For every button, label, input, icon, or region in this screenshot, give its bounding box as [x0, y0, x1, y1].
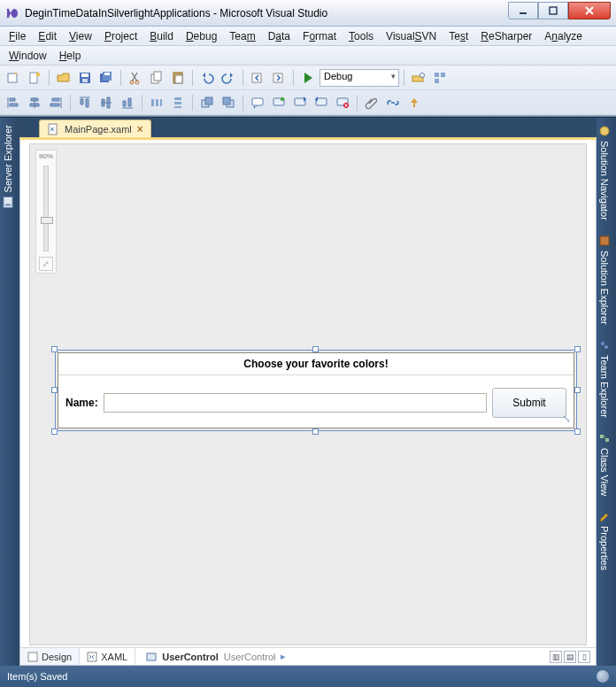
doc-tab-mainpage[interactable]: MainPage.xaml × [39, 120, 151, 137]
resize-handle[interactable] [574, 428, 581, 435]
menu-data[interactable]: Data [263, 28, 296, 44]
link-button[interactable] [383, 93, 403, 112]
svg-point-0 [7, 8, 10, 11]
zoom-track[interactable] [43, 166, 49, 251]
split-h-button[interactable]: ▥ [550, 651, 562, 663]
maximize-button[interactable] [538, 2, 568, 19]
vs-logo-icon [5, 6, 19, 20]
open-button[interactable] [54, 68, 73, 88]
class-view-tab[interactable]: Class View [597, 425, 612, 503]
start-debug-button[interactable] [298, 68, 318, 88]
resize-handle[interactable] [574, 346, 581, 352]
svg-rect-49 [600, 435, 604, 438]
nav-back-button[interactable] [248, 68, 267, 88]
split-view-buttons: ▥ ▤ ▯ [550, 651, 590, 663]
nav-fwd-button[interactable] [269, 68, 289, 88]
order-front-button[interactable] [219, 93, 238, 112]
solution-navigator-tab[interactable]: Solution Navigator [597, 118, 612, 228]
align-bottom-button[interactable] [118, 93, 137, 112]
svg-rect-2 [520, 12, 527, 14]
menu-format[interactable]: Format [297, 28, 342, 44]
selected-element[interactable]: Choose your favorite colors! Name: Submi… [55, 350, 577, 431]
server-explorer-label: Server Explorer [3, 125, 13, 192]
comment-next-button[interactable] [290, 93, 310, 112]
zoom-slider[interactable]: 90% ⤢ [35, 150, 57, 274]
zoom-thumb[interactable] [41, 217, 53, 224]
team-explorer-tab[interactable]: Team Explorer [597, 332, 612, 425]
properties-tab[interactable]: Properties [597, 503, 612, 577]
comment-prev-button[interactable] [312, 93, 331, 112]
resize-handle[interactable] [51, 387, 58, 393]
chevron-right-icon[interactable]: ▸ [281, 651, 286, 662]
collapse-pane-button[interactable]: ▯ [578, 651, 590, 663]
resize-handle[interactable] [51, 428, 58, 435]
menu-file[interactable]: File [4, 28, 31, 44]
order-back-button[interactable] [197, 93, 217, 112]
align-left-button[interactable] [4, 93, 23, 112]
dist-h-button[interactable] [147, 93, 166, 112]
menu-test[interactable]: Test [443, 28, 474, 44]
resize-handle[interactable] [51, 346, 58, 352]
cut-button[interactable] [126, 68, 145, 88]
menu-window[interactable]: Window [4, 48, 52, 64]
comment-delete-button[interactable] [333, 93, 352, 112]
menu-tools[interactable]: Tools [343, 28, 379, 44]
xaml-file-icon [47, 123, 59, 135]
main-frame: Server Explorer Solution Navigator Solut… [0, 117, 616, 666]
minimize-button[interactable] [508, 2, 538, 19]
team-explorer-label: Team Explorer [599, 355, 610, 418]
config-combo[interactable]: Debug [320, 69, 399, 87]
save-button[interactable] [75, 68, 95, 88]
redo-button[interactable] [219, 68, 238, 88]
copy-button[interactable] [147, 68, 166, 88]
design-surface[interactable]: 90% ⤢ Choose your favorite colors! Name: [29, 143, 587, 645]
align-top-button[interactable] [75, 93, 95, 112]
resize-grip[interactable] [597, 670, 609, 683]
dist-v-button[interactable] [168, 93, 188, 112]
menu-bar-row2: Window Help [0, 46, 616, 66]
submit-button[interactable]: Submit [492, 388, 566, 418]
design-tab[interactable]: Design [20, 648, 80, 665]
resize-handle[interactable] [312, 346, 319, 352]
menu-analyze[interactable]: Analyze [539, 28, 588, 44]
menu-visualsvn[interactable]: VisualSVN [381, 28, 442, 44]
menu-edit[interactable]: Edit [33, 28, 62, 44]
extensions-button[interactable] [430, 68, 450, 88]
new-file-button[interactable] [25, 68, 44, 88]
breadcrumb[interactable]: UserControl UserControl ▸ [146, 651, 286, 662]
paste-button[interactable] [168, 68, 188, 88]
menu-project[interactable]: Project [99, 28, 142, 44]
menu-debug[interactable]: Debug [181, 28, 222, 44]
menu-help[interactable]: Help [54, 48, 87, 64]
comment-add-button[interactable] [269, 93, 289, 112]
resize-handle[interactable] [574, 387, 581, 393]
close-button[interactable] [568, 2, 611, 19]
split-v-button[interactable]: ▤ [564, 651, 576, 663]
new-project-button[interactable] [4, 68, 23, 88]
titlebar: DeginTimeDataInSilverlightApplications -… [0, 0, 616, 27]
menu-build[interactable]: Build [144, 28, 179, 44]
find-button[interactable] [409, 68, 428, 88]
menu-view[interactable]: View [64, 28, 97, 44]
toolbar-row-2 [0, 90, 616, 115]
up-button[interactable] [404, 93, 424, 112]
undo-button[interactable] [197, 68, 217, 88]
align-middle-button[interactable] [96, 93, 116, 112]
xaml-tab[interactable]: XAML [80, 648, 135, 665]
solution-explorer-tab[interactable]: Solution Explorer [597, 228, 612, 332]
menu-team[interactable]: Team [224, 28, 260, 44]
attach-button[interactable] [362, 93, 381, 112]
zoom-fit-button[interactable]: ⤢ [39, 257, 53, 271]
svg-rect-31 [174, 106, 181, 108]
svg-rect-18 [175, 75, 182, 83]
comment-button[interactable] [248, 93, 267, 112]
align-center-button[interactable] [25, 93, 44, 112]
svg-rect-29 [174, 97, 181, 100]
align-right-button[interactable] [46, 93, 65, 112]
save-all-button[interactable] [96, 68, 116, 88]
close-tab-icon[interactable]: × [137, 123, 143, 135]
class-view-label: Class View [599, 448, 610, 496]
server-explorer-tab[interactable]: Server Explorer [0, 118, 16, 215]
menu-resharper[interactable]: ReSharper [475, 28, 537, 44]
name-input[interactable] [104, 393, 487, 413]
